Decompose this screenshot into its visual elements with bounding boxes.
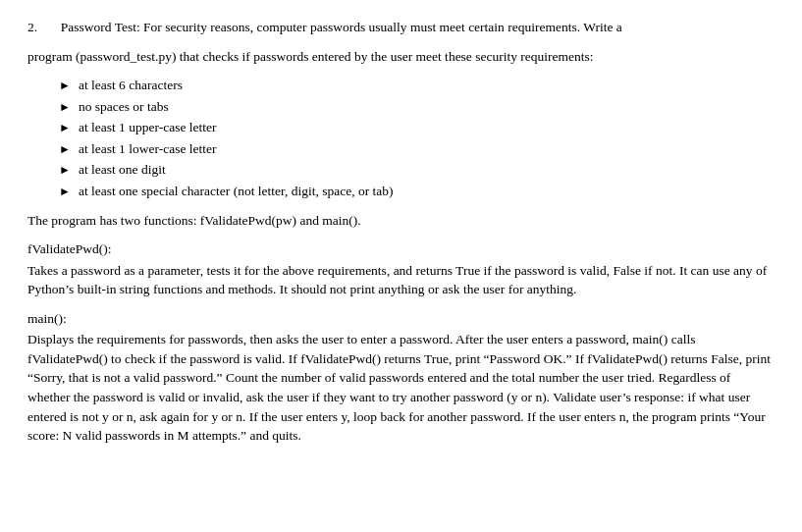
- list-item: ► no spaces or tabs: [59, 97, 775, 117]
- bullet-arrow-icon: ►: [59, 162, 71, 179]
- fvalidate-description: Takes a password as a parameter, tests i…: [27, 261, 775, 299]
- list-item: ► at least 1 lower-case letter: [59, 139, 775, 159]
- bullet-text: at least one digit: [79, 160, 166, 180]
- list-item: ► at least one special character (not le…: [59, 182, 775, 201]
- bullet-text: at least 1 upper-case letter: [79, 118, 217, 137]
- intro-line1: Password Test: For security reasons, com…: [61, 20, 622, 34]
- list-item: ► at least one digit: [59, 160, 775, 180]
- fvalidate-header: fValidatePwd():: [27, 239, 775, 259]
- bullet-text: at least 1 lower-case letter: [79, 139, 217, 159]
- bullet-arrow-icon: ►: [59, 184, 71, 200]
- bullet-arrow-icon: ►: [59, 78, 71, 94]
- bullet-text: at least 6 characters: [79, 76, 183, 95]
- problem-header: 2. Password Test: For security reasons, …: [27, 18, 775, 37]
- requirements-list: ► at least 6 characters ► no spaces or t…: [59, 76, 775, 200]
- bullet-text: no spaces or tabs: [79, 97, 169, 117]
- bullet-arrow-icon: ►: [59, 99, 71, 116]
- bullet-arrow-icon: ►: [59, 120, 71, 136]
- main-description: Displays the requirements for passwords,…: [27, 330, 775, 445]
- bullet-arrow-icon: ►: [59, 141, 71, 158]
- problem-number: 2.: [27, 20, 37, 34]
- bullet-text: at least one special character (not lett…: [79, 182, 394, 201]
- list-item: ► at least 1 upper-case letter: [59, 118, 775, 137]
- content-area: 2. Password Test: For security reasons, …: [27, 18, 775, 446]
- functions-intro: The program has two functions: fValidate…: [27, 211, 775, 231]
- list-item: ► at least 6 characters: [59, 76, 775, 95]
- intro-line2: program (password_test.py) that checks i…: [27, 47, 775, 67]
- main-header: main():: [27, 309, 775, 329]
